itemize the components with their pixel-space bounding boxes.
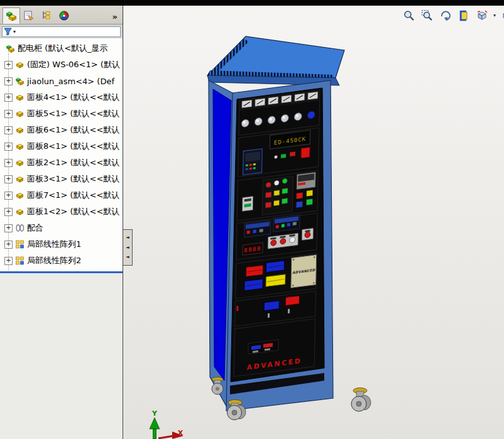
propertymanager-icon [23,9,35,22]
configurationmanager-tab[interactable] [38,8,55,24]
featuremanager-tree-icon [5,9,18,22]
tree-item-label: 面板1<2> (默认<<默认 [27,206,119,217]
displaymanager-icon [58,9,70,22]
tree-item-panel4[interactable]: + 面板4<1> (默认<<默认 [0,89,123,106]
tabs-overflow-chevron[interactable]: » [112,12,120,24]
part-icon [14,158,26,168]
zoom-to-fit-icon[interactable] [402,9,416,23]
tree-item-panel7[interactable]: + 面板7<1> (默认<<默认 [0,187,123,203]
filter-funnel-icon [4,27,12,36]
tree-item-label: 面板4<1> (默认<<默认 [27,92,119,103]
cabinet-3d-model: ED-450CK [124,6,504,439]
rotate-view-icon[interactable] [439,9,452,23]
configurationmanager-icon [40,9,53,22]
expand-toggle[interactable]: + [4,143,13,151]
expand-toggle[interactable]: + [4,61,13,69]
collapse-arrow-icon: ◄ [126,236,129,240]
tree-item-panel8[interactable]: + 面板8<1> (默认<<默认 [0,138,123,154]
feature-tree: 配电柜 (默认<默认_显示 + (固定) WS-06<1> (默认 + jiao… [0,38,123,271]
view-orientation-caret[interactable]: ▾ [493,9,496,23]
tree-item-panel6[interactable]: + 面板6<1> (默认<<默认 [0,122,123,138]
triad-x-label: X [178,429,184,437]
featuremanager-panel: » ▾ 配电柜 (默认<默认_显示 + (固定) WS-06<1> (默认 [0,6,123,439]
tree-item-panel3[interactable]: + 面板3<1> (默认<<默认 [0,171,123,187]
section-view-icon[interactable] [457,9,471,23]
display-style-icon[interactable] [500,9,504,23]
cabinet-roof [207,36,344,85]
vfd-unit [243,149,263,175]
triad-y-label: Y [151,409,158,418]
filter-row: ▾ [0,24,123,38]
pattern-icon [14,256,26,266]
panel-lower-pane [0,273,123,436]
tree-item-label: 配合 [27,222,43,234]
expand-toggle[interactable]: + [4,192,13,200]
featuremanager-tabs: » [0,6,123,24]
pattern-icon [14,239,26,249]
displaymanager-tab[interactable] [55,8,73,24]
caster-front-right [351,388,371,412]
tree-item-label: (固定) WS-06<1> (默认 [27,59,120,70]
tree-item-label: 面板5<1> (默认<<默认 [27,108,119,119]
assembly-icon [14,76,26,86]
part-icon [14,174,26,184]
tree-item-panel2[interactable]: + 面板2<1> (默认<<默认 [0,154,123,171]
window-top-strip [0,0,504,6]
red-button [301,147,310,158]
tree-item-panel1[interactable]: + 面板1<2> (默认<<默认 [0,203,123,220]
view-triad: Y X [150,409,184,439]
tree-item-label: 局部线性阵列2 [27,255,81,266]
assembly-icon [5,43,16,53]
expand-toggle[interactable]: + [4,94,13,102]
part-icon [14,109,26,119]
tree-item-label: 面板7<1> (默认<<默认 [27,190,119,201]
part-icon [14,190,26,200]
tree-item-label: jiaolun_asm<4> (Def [27,77,114,86]
tree-item-mates[interactable]: + 配合 [0,220,123,236]
tree-item-label: 面板6<1> (默认<<默认 [27,124,119,136]
view-orientation-icon[interactable] [475,9,489,23]
expand-toggle[interactable]: + [4,208,13,216]
view-toolbar: ▾ ▾ [402,8,504,24]
solidworks-window: ED-450CK [0,0,504,439]
zoom-to-area-icon[interactable] [420,9,434,23]
tree-item-local-pattern-2[interactable]: + 局部线性阵列2 [0,252,123,269]
collapse-arrow-icon: ◄ [126,255,129,259]
expand-toggle[interactable]: + [4,224,13,232]
featuremanager-tab[interactable] [3,8,20,24]
tree-item-jiaolun-asm[interactable]: + jiaolun_asm<4> (Def [0,73,123,89]
tree-item-panel5[interactable]: + 面板5<1> (默认<<默认 [0,106,123,122]
expand-toggle[interactable]: + [4,241,13,249]
tree-item-label: 局部线性阵列1 [27,239,81,250]
tree-item-label: 配电柜 (默认<默认_显示 [18,43,108,54]
graphics-viewport[interactable]: ED-450CK [124,6,504,439]
tree-item-ws06[interactable]: + (固定) WS-06<1> (默认 [0,57,123,73]
expand-toggle[interactable]: + [4,110,13,118]
tree-item-assembly-root[interactable]: 配电柜 (默认<默认_显示 [0,40,123,57]
filter-box[interactable]: ▾ [2,26,121,37]
expand-toggle[interactable]: + [4,126,13,134]
panel-collapse-handle[interactable]: ◄ ◄ ◄ [123,229,133,266]
indicator-grid [262,176,293,215]
tree-item-local-pattern-1[interactable]: + 局部线性阵列1 [0,236,123,252]
caster-rear-left [212,377,223,395]
mates-icon [14,223,26,233]
expand-toggle[interactable]: + [4,77,13,85]
filter-caret-icon[interactable]: ▾ [13,29,16,35]
part-icon [14,207,26,217]
expand-toggle[interactable]: + [4,159,13,167]
collapse-arrow-icon: ◄ [126,246,129,250]
tree-item-label: 面板2<1> (默认<<默认 [27,157,119,168]
expand-toggle[interactable]: + [4,175,13,183]
tree-item-label: 面板3<1> (默认<<默认 [27,173,119,185]
part-icon [14,92,26,102]
propertymanager-tab[interactable] [20,8,38,24]
part-icon [14,60,26,70]
part-icon [14,125,26,135]
breaker-switch [242,196,253,211]
part-icon [14,141,26,151]
tree-item-label: 面板8<1> (默认<<默认 [27,141,119,152]
expand-toggle[interactable]: + [4,257,13,265]
